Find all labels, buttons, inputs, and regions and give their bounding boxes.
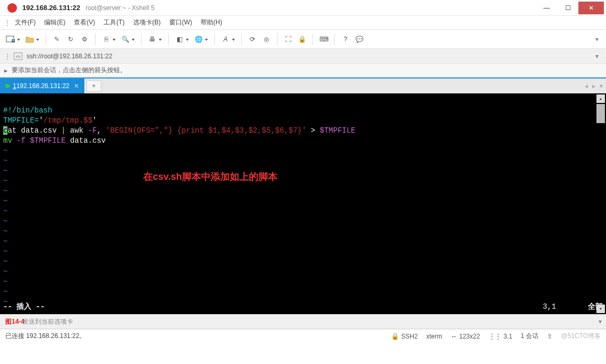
term-tilde: ~ (3, 247, 7, 256)
menu-window[interactable]: 窗口(W) (165, 18, 196, 27)
svg-text:+: + (12, 39, 14, 42)
toolbar-separator (277, 33, 278, 45)
reconnect-button[interactable]: ↻ (64, 33, 77, 46)
status-sessions: 1 会话 (521, 332, 539, 341)
terminal[interactable]: #!/bin/bash TMPFILE='/tmp/tmp.$$' cat da… (0, 93, 606, 314)
status-connection: 已连接 192.168.26.131:22。 (5, 332, 85, 341)
scrollbar-down-button[interactable]: ▾ (596, 305, 605, 313)
toolbar-separator (95, 33, 96, 45)
tab-next-button[interactable]: ▸ (592, 82, 595, 90)
term-line-1: #!/bin/bash (3, 106, 52, 115)
term-line-4c: $TMPFILE (30, 136, 65, 145)
lock-button[interactable]: 🔒 (296, 33, 308, 46)
term-tilde: ~ (3, 278, 7, 286)
minimize-button[interactable]: — (536, 2, 557, 14)
term-tilde: ~ (3, 157, 7, 165)
send-input[interactable]: 发送到当前选项卡 (22, 317, 73, 326)
copy-button[interactable]: ⎘ (100, 33, 112, 46)
add-tab-button[interactable]: + (86, 80, 101, 92)
open-button[interactable] (23, 33, 36, 46)
menu-view[interactable]: 查看(V) (70, 18, 99, 27)
term-tilde: ~ (3, 257, 7, 266)
tab-nav: ◂ ▸ ▾ (582, 79, 606, 93)
keyboard-button[interactable]: ⌨ (317, 33, 330, 46)
target-button[interactable]: ◎ (260, 33, 273, 46)
edit-button[interactable]: ✎ (50, 33, 63, 46)
refresh-button[interactable]: ⟳ (246, 33, 259, 46)
status-term: xterm (426, 333, 442, 340)
toolbar-separator (168, 33, 169, 45)
print-button[interactable]: 🖶 (146, 33, 159, 46)
toolbar: + ✎ ↻ ⚙ ⎘ 🔍 🖶 ◧ 🌐 A ⟳ ◎ ⛶ 🔒 ⌨ ? 💬 ▾ (0, 30, 606, 49)
fullscreen-button[interactable]: ⛶ (282, 33, 295, 46)
close-button[interactable]: ✕ (578, 2, 604, 14)
menu-edit[interactable]: 编辑(E) (40, 18, 70, 27)
bookmark-arrow-icon[interactable]: ▸ (4, 67, 7, 74)
toolbar-separator (46, 33, 46, 45)
new-session-button[interactable]: + (4, 33, 17, 46)
lock-icon: 🔒 (391, 333, 399, 340)
titlebar: 192.168.26.131:22 root@server:~ - Xshell… (0, 0, 606, 16)
menu-tools[interactable]: 工具(T) (99, 18, 128, 27)
menu-help[interactable]: 帮助(H) (196, 18, 227, 27)
term-tilde: ~ (3, 237, 7, 246)
term-line-3h: $TMPFILE (320, 126, 356, 135)
toolbar-separator (334, 33, 335, 45)
term-tilde: ~ (3, 177, 7, 185)
status-pos: ⋮⋮ 3,1 (489, 333, 513, 340)
term-tilde: ~ (3, 146, 7, 155)
session-tab-active[interactable]: 1 192.168.26.131:22 ✕ (0, 79, 84, 93)
toolbar-separator (141, 33, 142, 45)
status-ssh-label: SSH2 (401, 333, 418, 340)
menu-tabs[interactable]: 选项卡(B) (129, 18, 165, 27)
watermark: @51CTO博客 (561, 332, 601, 341)
status-size-label: 123x22 (459, 333, 480, 340)
status-ssh: 🔒SSH2 (391, 333, 418, 340)
status-dot-icon (5, 84, 10, 88)
chat-button[interactable]: 💬 (353, 33, 366, 46)
status-caps[interactable]: ⇧ (547, 333, 552, 340)
send-dropdown[interactable]: ▾ (599, 318, 602, 325)
sendbar: 图14-4 发送到当前选项卡 ▾ (0, 314, 606, 329)
pos-icon: ⋮⋮ (489, 333, 501, 340)
term-line-3c: awk (66, 126, 88, 135)
address-dropdown[interactable]: ▾ (592, 53, 602, 60)
term-line-3g: > (306, 126, 319, 135)
find-button[interactable]: 🔍 (119, 33, 132, 46)
toolbar-separator (214, 33, 215, 45)
menubar: ⋮ 文件(F) 编辑(E) 查看(V) 工具(T) 选项卡(B) 窗口(W) 帮… (0, 16, 606, 30)
font-button[interactable]: A (219, 33, 232, 46)
size-icon: ↔ (451, 333, 457, 340)
vim-cursor-pos: 3,1 (543, 302, 556, 312)
address-url[interactable]: ssh://root@192.168.26.131:22 (27, 53, 112, 60)
term-tilde: ~ (3, 167, 7, 175)
tab-list-button[interactable]: ▾ (600, 82, 603, 90)
term-tilde: ~ (3, 267, 7, 276)
term-tilde: ~ (3, 288, 7, 296)
term-line-2b: ' (39, 116, 43, 125)
term-tilde: ~ (3, 217, 7, 226)
tab-close-button[interactable]: ✕ (74, 82, 79, 90)
hint-text: 要添加当前会话，点击左侧的箭头按钮。 (12, 66, 126, 75)
term-line-3b: | (61, 126, 65, 135)
maximize-button[interactable]: ☐ (557, 2, 578, 14)
tab-prev-button[interactable]: ◂ (585, 82, 588, 90)
addressbar-grip[interactable]: ⋮ (4, 53, 11, 60)
term-tilde: ~ (3, 197, 7, 205)
tab-index: 1 (13, 82, 16, 90)
term-line-2c: /tmp/tmp.$$ (44, 116, 92, 125)
tab-label: 192.168.26.131:22 (16, 82, 70, 90)
toolbar-separator (313, 33, 313, 45)
toolbar-overflow[interactable]: ▾ (595, 36, 602, 43)
term-line-2a: TMPFILE= (3, 116, 39, 125)
session-icon: ▭ (14, 53, 22, 60)
menu-file[interactable]: 文件(F) (11, 18, 40, 27)
properties-button[interactable]: ⚙ (78, 33, 91, 46)
scrollbar-up-button[interactable]: ▴ (596, 94, 605, 103)
menubar-grip[interactable]: ⋮ (4, 19, 7, 27)
globe-button[interactable]: 🌐 (192, 33, 205, 46)
help-button[interactable]: ? (339, 33, 352, 46)
window-title-main: 192.168.26.131:22 (22, 4, 80, 12)
scrollbar-thumb[interactable] (596, 104, 605, 123)
color-button[interactable]: ◧ (173, 33, 186, 46)
